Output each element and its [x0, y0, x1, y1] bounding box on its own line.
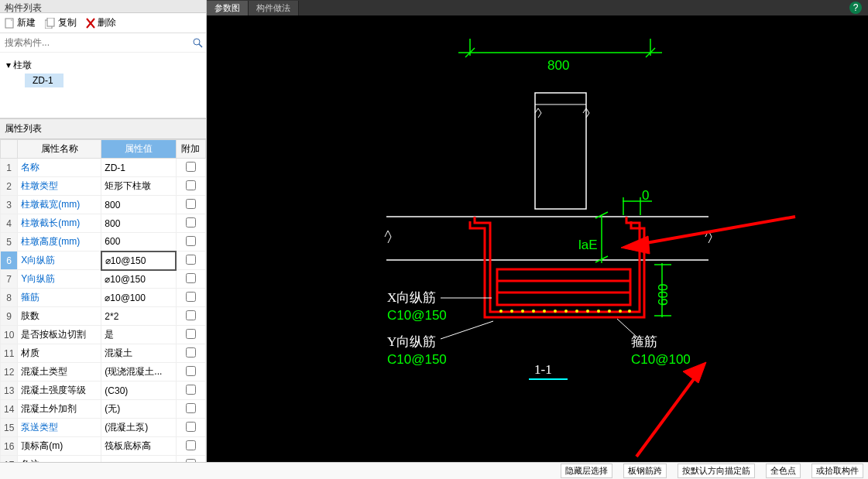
- table-row[interactable]: 8箍筋⌀10@100: [1, 289, 206, 307]
- extra-checkbox[interactable]: [186, 273, 196, 283]
- prop-name-cell[interactable]: 柱墩高度(mm): [18, 233, 101, 251]
- prop-name-cell[interactable]: 柱墩类型: [18, 177, 101, 196]
- table-row[interactable]: 3柱墩截宽(mm)800: [1, 196, 206, 214]
- status-btn-3[interactable]: 全色点: [766, 464, 801, 478]
- extra-checkbox[interactable]: [186, 162, 196, 172]
- prop-value-cell[interactable]: ⌀10@100: [101, 289, 176, 307]
- status-btn-2[interactable]: 按默认方向描定筋: [678, 464, 755, 478]
- prop-extra-cell[interactable]: [176, 159, 205, 177]
- prop-extra-cell[interactable]: [176, 419, 205, 437]
- prop-name-cell[interactable]: 是否按板边切割: [18, 326, 101, 344]
- tree-parent-zhudun[interactable]: ▾ 柱墩: [3, 57, 203, 74]
- prop-extra-cell[interactable]: [176, 437, 205, 456]
- prop-extra-cell[interactable]: [176, 456, 205, 463]
- prop-value-cell[interactable]: 混凝土: [101, 344, 176, 363]
- prop-value-cell[interactable]: (C30): [101, 381, 176, 400]
- prop-extra-cell[interactable]: [176, 233, 205, 251]
- prop-extra-cell[interactable]: [176, 251, 205, 270]
- extra-checkbox[interactable]: [186, 199, 196, 209]
- prop-value-cell[interactable]: (无): [101, 400, 176, 419]
- status-btn-1[interactable]: 板钢筋跨: [623, 464, 667, 478]
- table-row[interactable]: 14混凝土外加剂(无): [1, 400, 206, 419]
- table-row[interactable]: 2柱墩类型矩形下柱墩: [1, 177, 206, 196]
- prop-value-cell[interactable]: 矩形下柱墩: [101, 177, 176, 196]
- prop-value-cell[interactable]: 是: [101, 326, 176, 344]
- prop-value-cell[interactable]: 2*2: [101, 307, 176, 326]
- extra-checkbox[interactable]: [186, 347, 196, 358]
- prop-name-cell[interactable]: 混凝土外加剂: [18, 400, 101, 419]
- prop-name-cell[interactable]: 备注: [18, 456, 101, 463]
- prop-extra-cell[interactable]: [176, 196, 205, 214]
- prop-extra-cell[interactable]: [176, 381, 205, 400]
- table-row[interactable]: 4柱墩截长(mm)800: [1, 214, 206, 233]
- prop-value-cell[interactable]: (混凝土泵): [101, 419, 176, 437]
- prop-header-extra[interactable]: 附加: [176, 140, 205, 159]
- status-btn-0[interactable]: 隐藏层选择: [561, 464, 612, 478]
- prop-value-cell[interactable]: 800: [101, 214, 176, 233]
- prop-extra-cell[interactable]: [176, 177, 205, 196]
- tab-param-diagram[interactable]: 参数图: [207, 1, 249, 15]
- delete-button[interactable]: 删除: [86, 16, 116, 29]
- extra-checkbox[interactable]: [186, 255, 196, 265]
- extra-checkbox[interactable]: [186, 180, 196, 190]
- prop-name-cell[interactable]: X向纵筋: [18, 251, 101, 270]
- table-row[interactable]: 12混凝土类型(现浇混凝土...: [1, 363, 206, 381]
- table-row[interactable]: 16顶标高(m)筏板底标高: [1, 437, 206, 456]
- prop-value-cell[interactable]: 800: [101, 196, 176, 214]
- prop-value-cell[interactable]: 600: [101, 233, 176, 251]
- prop-extra-cell[interactable]: [176, 214, 205, 233]
- prop-value-cell[interactable]: (现浇混凝土...: [101, 363, 176, 381]
- extra-checkbox[interactable]: [186, 329, 196, 339]
- extra-checkbox[interactable]: [186, 366, 196, 376]
- new-button[interactable]: 新建: [5, 16, 36, 29]
- prop-name-cell[interactable]: 箍筋: [18, 289, 101, 307]
- tab-component-method[interactable]: 构件做法: [249, 1, 299, 15]
- prop-name-cell[interactable]: 柱墩截宽(mm): [18, 196, 101, 214]
- extra-checkbox[interactable]: [186, 385, 196, 395]
- extra-checkbox[interactable]: [186, 440, 196, 450]
- extra-checkbox[interactable]: [186, 217, 196, 228]
- search-icon[interactable]: [192, 37, 203, 48]
- table-row[interactable]: 6X向纵筋⌀10@150: [1, 251, 206, 270]
- prop-header-value[interactable]: 属性值: [101, 140, 176, 159]
- prop-name-cell[interactable]: 名称: [18, 159, 101, 177]
- prop-name-cell[interactable]: 材质: [18, 344, 101, 363]
- prop-extra-cell[interactable]: [176, 270, 205, 289]
- prop-extra-cell[interactable]: [176, 363, 205, 381]
- prop-extra-cell[interactable]: [176, 307, 205, 326]
- canvas-viewport[interactable]: 800 0 laE: [207, 15, 868, 462]
- table-row[interactable]: 13混凝土强度等级(C30): [1, 381, 206, 400]
- status-btn-4[interactable]: 或拾取构件: [811, 464, 863, 478]
- table-row[interactable]: 17备注: [1, 456, 206, 463]
- table-row[interactable]: 5柱墩高度(mm)600: [1, 233, 206, 251]
- prop-name-cell[interactable]: Y向纵筋: [18, 270, 101, 289]
- table-row[interactable]: 9肢数2*2: [1, 307, 206, 326]
- table-row[interactable]: 15泵送类型(混凝土泵): [1, 419, 206, 437]
- extra-checkbox[interactable]: [186, 459, 196, 463]
- prop-extra-cell[interactable]: [176, 326, 205, 344]
- tree-child-zd1[interactable]: ZD-1: [25, 74, 63, 87]
- extra-checkbox[interactable]: [186, 310, 196, 320]
- prop-extra-cell[interactable]: [176, 289, 205, 307]
- prop-name-cell[interactable]: 混凝土强度等级: [18, 381, 101, 400]
- table-row[interactable]: 1名称ZD-1: [1, 159, 206, 177]
- extra-checkbox[interactable]: [186, 422, 196, 432]
- prop-value-cell[interactable]: ZD-1: [101, 159, 176, 177]
- help-button[interactable]: ?: [849, 2, 862, 14]
- table-row[interactable]: 11材质混凝土: [1, 344, 206, 363]
- copy-button[interactable]: 复制: [45, 16, 77, 29]
- prop-name-cell[interactable]: 顶标高(m): [18, 437, 101, 456]
- prop-name-cell[interactable]: 柱墩截长(mm): [18, 214, 101, 233]
- prop-header-name[interactable]: 属性名称: [18, 140, 101, 159]
- search-input[interactable]: [3, 36, 192, 50]
- prop-value-cell[interactable]: ⌀10@150: [101, 270, 176, 289]
- prop-name-cell[interactable]: 泵送类型: [18, 419, 101, 437]
- prop-extra-cell[interactable]: [176, 344, 205, 363]
- prop-name-cell[interactable]: 混凝土类型: [18, 363, 101, 381]
- extra-checkbox[interactable]: [186, 403, 196, 413]
- extra-checkbox[interactable]: [186, 292, 196, 302]
- prop-value-cell[interactable]: [101, 456, 176, 463]
- prop-value-cell[interactable]: ⌀10@150: [101, 251, 176, 270]
- table-row[interactable]: 10是否按板边切割是: [1, 326, 206, 344]
- prop-value-cell[interactable]: 筏板底标高: [101, 437, 176, 456]
